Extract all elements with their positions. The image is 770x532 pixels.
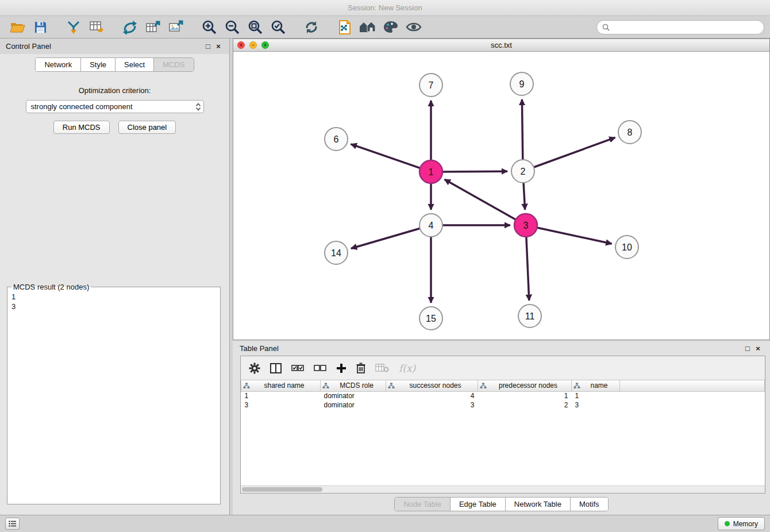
graph-node-label-15: 15	[426, 314, 436, 323]
column-header-filler	[620, 380, 765, 391]
maximize-window-button[interactable]: +	[261, 41, 269, 49]
tab-node-table[interactable]: Node Table	[395, 498, 451, 511]
column-header-shared-name[interactable]: shared name	[241, 380, 321, 391]
export-table-icon	[145, 20, 161, 34]
table-horizontal-scrollbar[interactable]	[241, 485, 765, 493]
show-columns-button[interactable]	[270, 363, 282, 373]
status-bar: Memory	[0, 515, 770, 532]
refresh-view-button[interactable]	[300, 18, 323, 36]
zoom-fit-button[interactable]	[244, 18, 267, 36]
delete-row-button[interactable]	[356, 363, 365, 373]
tab-style[interactable]: Style	[81, 58, 116, 71]
column-header-name[interactable]: name	[572, 380, 620, 391]
save-session-button[interactable]	[29, 18, 52, 36]
optimization-criterion-label: Optimization criterion:	[0, 86, 229, 95]
delete-table-icon	[375, 363, 389, 373]
tab-network[interactable]: Network	[36, 58, 81, 71]
add-row-button[interactable]	[336, 363, 346, 373]
search-input[interactable]	[613, 23, 759, 32]
network-canvas[interactable]: 7968124314101511	[233, 52, 769, 340]
open-session-button[interactable]	[6, 18, 29, 36]
float-panel-button[interactable]: □	[203, 42, 213, 51]
optimization-criterion-select[interactable]: strongly connected component	[26, 100, 204, 113]
import-network-icon	[66, 20, 81, 34]
memory-label: Memory	[733, 520, 758, 528]
zoom-fit-icon	[248, 20, 263, 34]
copy-view-button[interactable]	[333, 18, 356, 36]
close-mcds-panel-button[interactable]: Close panel	[118, 121, 176, 134]
delete-table-button[interactable]	[375, 363, 389, 373]
memory-button[interactable]: Memory	[718, 517, 765, 530]
export-image-button[interactable]	[164, 18, 187, 36]
run-mcds-button[interactable]: Run MCDS	[53, 121, 110, 134]
copy-view-icon	[338, 20, 352, 35]
column-edit-icon	[243, 383, 250, 389]
open-folder-icon	[10, 20, 25, 34]
table-header-row: shared name MCDS role	[241, 380, 765, 391]
apply-style-button[interactable]	[379, 18, 402, 36]
gear-icon	[249, 363, 260, 374]
column-header-predecessor-nodes[interactable]: predecessor nodes	[478, 380, 572, 391]
close-window-button[interactable]: ×	[237, 41, 245, 49]
close-table-panel-button[interactable]: ×	[753, 344, 763, 353]
graph-edge-2-9[interactable]	[522, 99, 522, 160]
mcds-result-title: MCDS result (2 nodes)	[11, 283, 91, 291]
graph-edge-2-8[interactable]	[533, 137, 615, 167]
zoom-in-button[interactable]	[198, 18, 221, 36]
column-edit-icon	[480, 383, 487, 389]
control-panel-header: Control Panel □ ×	[0, 38, 229, 54]
task-history-button[interactable]	[5, 518, 20, 530]
node-table: shared name MCDS role	[241, 380, 765, 410]
table-settings-button[interactable]	[249, 363, 260, 374]
column-header-mcds-role[interactable]: MCDS role	[321, 380, 386, 391]
show-graphics-button[interactable]	[402, 18, 425, 36]
select-all-icon	[291, 364, 304, 373]
tab-network-table[interactable]: Network Table	[506, 498, 571, 511]
graph-edge-3-1[interactable]	[445, 179, 517, 219]
export-network-button[interactable]	[118, 18, 141, 36]
columns-icon	[270, 363, 282, 373]
graph-node-label-1: 1	[429, 167, 434, 177]
main-toolbar	[0, 16, 770, 38]
window-controls: × − +	[237, 41, 269, 49]
function-builder-button[interactable]: f(x)	[399, 363, 415, 374]
tab-edge-table[interactable]: Edge Table	[451, 498, 506, 511]
float-table-panel-button[interactable]: □	[742, 344, 753, 353]
graph-edge-4-14[interactable]	[351, 228, 421, 248]
search-box[interactable]	[596, 20, 764, 34]
zoom-out-button[interactable]	[221, 18, 244, 36]
window-titlebar[interactable]: Session: New Session	[0, 0, 770, 16]
network-window-titlebar[interactable]: × − + scc.txt	[233, 39, 769, 52]
tab-mcds[interactable]: MCDS	[154, 58, 193, 71]
tab-select[interactable]: Select	[116, 58, 154, 71]
scrollbar-thumb[interactable]	[242, 487, 322, 492]
minimize-window-button[interactable]: −	[249, 41, 257, 49]
deselect-all-icon	[314, 364, 326, 373]
zoom-selected-button[interactable]	[267, 18, 290, 36]
import-network-button[interactable]	[62, 18, 85, 36]
close-panel-button[interactable]: ×	[213, 42, 224, 51]
table-toolbar: f(x)	[241, 356, 765, 380]
graph-edge-2-3[interactable]	[523, 182, 525, 210]
zoom-out-icon	[225, 20, 240, 34]
save-icon	[34, 21, 47, 34]
graph-edge-3-11[interactable]	[526, 236, 529, 300]
zoom-in-icon	[202, 20, 217, 34]
export-table-button[interactable]	[141, 18, 164, 36]
table-row[interactable]: 1 dominator 4 1 1	[241, 391, 765, 400]
graph-svg[interactable]: 7968124314101511	[233, 52, 769, 340]
table-tabs: Node Table Edge Table Network Table Moti…	[233, 497, 770, 511]
graph-edge-1-6[interactable]	[351, 144, 421, 168]
import-table-button[interactable]	[85, 18, 108, 36]
graph-edge-1-2[interactable]	[442, 171, 507, 172]
select-all-button[interactable]	[291, 364, 304, 373]
graph-edge-3-10[interactable]	[537, 228, 612, 244]
tab-motifs[interactable]: Motifs	[571, 498, 608, 511]
table-row[interactable]: 3 dominator 3 2 3	[241, 400, 765, 410]
control-panel-tabs: Network Style Select MCDS	[0, 57, 229, 72]
deselect-all-button[interactable]	[314, 364, 326, 373]
home-view-button[interactable]	[356, 18, 379, 36]
column-header-successor-nodes[interactable]: successor nodes	[386, 380, 478, 391]
export-network-icon	[122, 20, 137, 34]
eye-icon	[406, 21, 422, 33]
